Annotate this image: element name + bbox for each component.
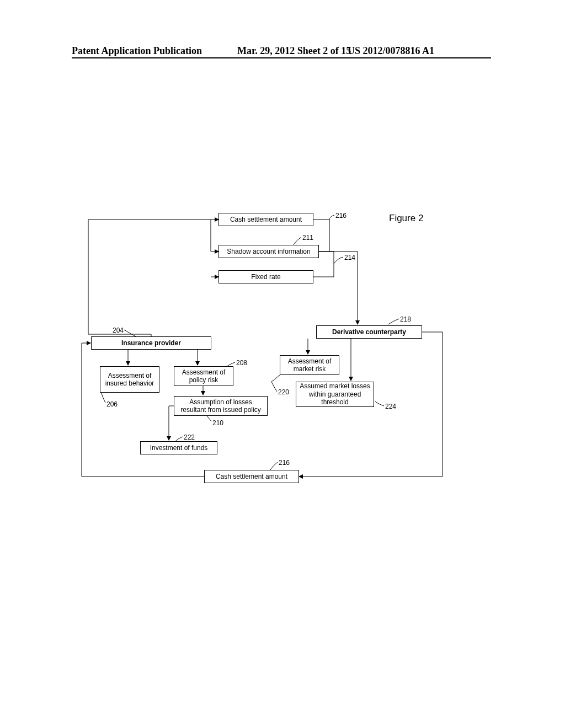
box-assess-policy: Assessment of policy risk bbox=[174, 366, 233, 386]
ref-211: 211 bbox=[302, 234, 313, 242]
box-fixed-rate: Fixed rate bbox=[218, 270, 313, 283]
box-insurance-provider: Insurance provider bbox=[91, 336, 211, 350]
figure-label: Figure 2 bbox=[389, 213, 423, 224]
ref-206: 206 bbox=[106, 400, 118, 408]
box-assess-behavior: Assessment of insured behavior bbox=[100, 366, 159, 393]
ref-208: 208 bbox=[236, 359, 247, 367]
ref-220: 220 bbox=[278, 388, 289, 396]
ref-204: 204 bbox=[113, 326, 124, 334]
box-cash-settlement-top: Cash settlement amount bbox=[218, 213, 313, 226]
ref-214: 214 bbox=[344, 254, 355, 261]
box-shadow-account: Shadow account information bbox=[218, 245, 319, 258]
header-mid: Mar. 29, 2012 Sheet 2 of 15 bbox=[237, 45, 351, 57]
box-cash-settlement-bottom: Cash settlement amount bbox=[204, 470, 299, 483]
header-rule bbox=[72, 57, 491, 58]
box-assumption-losses: Assumption of losses resultant from issu… bbox=[174, 396, 268, 416]
box-assumed-market-losses: Assumed market losses within guaranteed … bbox=[296, 382, 374, 407]
box-assess-market: Assessment of market risk bbox=[280, 355, 339, 375]
page: Patent Application Publication Mar. 29, … bbox=[0, 0, 565, 728]
ref-218: 218 bbox=[400, 315, 411, 323]
ref-210: 210 bbox=[212, 419, 223, 427]
ref-216-top: 216 bbox=[335, 212, 347, 220]
box-investment-funds: Investment of funds bbox=[140, 441, 217, 454]
header-left: Patent Application Publication bbox=[72, 45, 202, 57]
header-right: US 2012/0078816 A1 bbox=[348, 45, 434, 57]
ref-224: 224 bbox=[385, 403, 396, 410]
ref-222: 222 bbox=[184, 433, 195, 441]
ref-216-bot: 216 bbox=[279, 459, 290, 467]
box-derivative-counterparty: Derivative counterparty bbox=[316, 325, 422, 339]
